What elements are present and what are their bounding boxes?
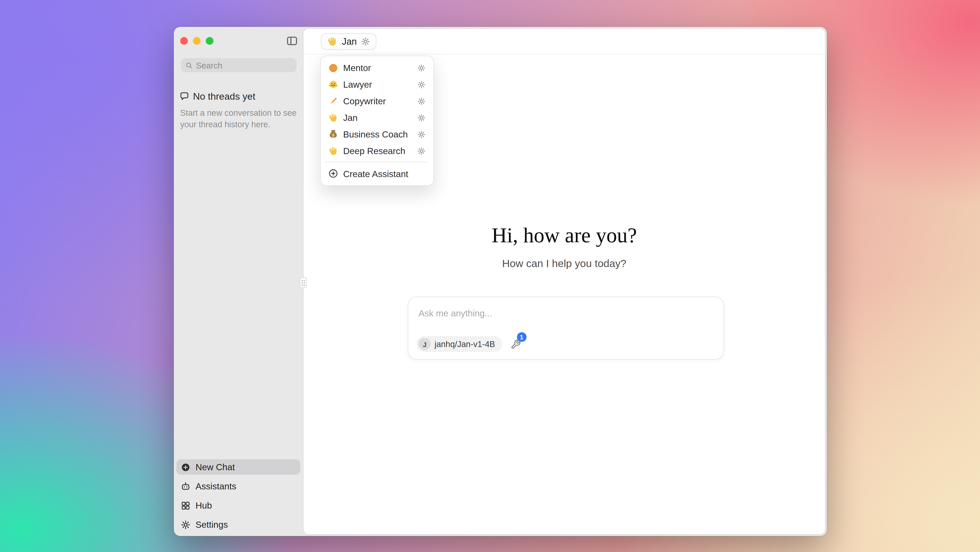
gear-icon [181, 520, 191, 530]
robot-icon [181, 482, 191, 491]
grip-dots-icon [300, 278, 306, 287]
money-bag-icon [328, 129, 338, 139]
menu-item-label: Deep Research [343, 146, 406, 156]
assistant-menu-item-business-coach[interactable]: Business Coach [324, 126, 430, 143]
wave-icon [328, 146, 338, 156]
create-assistant-button[interactable]: Create Assistant [324, 165, 430, 182]
hero-subtitle: How can I help you today? [304, 258, 825, 270]
main-panel: Jan Mentor Lawyer Copywriter [303, 28, 826, 535]
composer-toolbar: J janhq/Jan-v1-4B 1 [417, 336, 521, 352]
empty-state-title: No threads yet [193, 91, 255, 102]
zoom-button[interactable] [206, 37, 213, 45]
assistant-menu-item-mentor[interactable]: Mentor [324, 60, 430, 76]
gear-icon[interactable] [417, 113, 426, 122]
menu-separator [325, 162, 429, 162]
window-controls [180, 37, 213, 45]
chat-bubble-icon [180, 91, 189, 101]
sidebar-toggle-icon[interactable] [286, 35, 298, 47]
threads-empty-state: No threads yet Start a new conversation … [180, 91, 299, 130]
nav-label: New Chat [196, 462, 235, 472]
sidebar-item-new-chat[interactable]: New Chat [177, 460, 300, 475]
nav-label: Settings [196, 520, 228, 530]
model-avatar: J [419, 338, 431, 350]
pencil-icon [328, 96, 338, 106]
desktop-wallpaper: No threads yet Start a new conversation … [0, 0, 980, 552]
hero-title: Hi, how are you? [304, 224, 825, 247]
wave-icon [327, 36, 337, 46]
menu-item-label: Copywriter [343, 96, 386, 106]
assistant-menu-item-lawyer[interactable]: Lawyer [324, 76, 430, 93]
create-assistant-label: Create Assistant [343, 169, 409, 179]
empty-state-subtitle: Start a new conversation to see your thr… [180, 107, 299, 130]
model-name: janhq/Jan-v1-4B [434, 339, 495, 349]
assistant-menu: Mentor Lawyer Copywriter Jan [320, 56, 434, 186]
sidebar-item-hub[interactable]: Hub [177, 498, 300, 513]
sidebar-resize-handle[interactable] [300, 277, 307, 288]
close-button[interactable] [180, 37, 188, 45]
minimize-button[interactable] [193, 37, 200, 45]
search-box[interactable] [181, 58, 297, 72]
gear-icon[interactable] [361, 37, 370, 46]
assistant-menu-item-copywriter[interactable]: Copywriter [324, 93, 430, 110]
nav-label: Assistants [196, 481, 236, 492]
sidebar: No threads yet Start a new conversation … [174, 27, 304, 536]
plus-circle-icon [181, 462, 191, 472]
nav-label: Hub [196, 500, 212, 511]
orange-circle-icon [328, 63, 338, 73]
menu-item-label: Jan [343, 113, 358, 122]
sidebar-item-settings[interactable]: Settings [177, 517, 300, 532]
plus-circle-icon [328, 169, 338, 178]
assistant-name: Jan [342, 36, 357, 46]
assistant-selector-button[interactable]: Jan [321, 33, 377, 49]
sidebar-nav: New Chat Assistants Hub Settings [177, 460, 300, 532]
menu-item-label: Business Coach [343, 129, 408, 139]
gear-icon[interactable] [417, 147, 426, 155]
assistant-menu-item-deep-research[interactable]: Deep Research [324, 143, 430, 159]
message-input[interactable] [419, 308, 708, 318]
app-window: No threads yet Start a new conversation … [174, 27, 827, 536]
menu-item-label: Mentor [343, 63, 371, 73]
model-selector[interactable]: J janhq/Jan-v1-4B [417, 336, 502, 352]
gear-icon[interactable] [417, 97, 426, 105]
hugging-face-icon [328, 80, 338, 89]
search-icon [185, 61, 193, 70]
wave-icon [328, 113, 338, 122]
message-composer: J janhq/Jan-v1-4B 1 [408, 296, 724, 360]
welcome-hero: Hi, how are you? How can I help you toda… [304, 224, 825, 270]
gear-icon[interactable] [417, 80, 426, 89]
search-input[interactable] [196, 60, 292, 70]
menu-item-label: Lawyer [343, 79, 372, 89]
gear-icon[interactable] [417, 130, 426, 138]
blocks-icon [181, 501, 191, 511]
chat-header: Jan [304, 29, 825, 54]
tools-count-badge: 1 [517, 332, 527, 342]
gear-icon[interactable] [417, 64, 426, 72]
sidebar-item-assistants[interactable]: Assistants [177, 479, 300, 494]
assistant-menu-item-jan[interactable]: Jan [324, 110, 430, 126]
tools-button[interactable]: 1 [511, 339, 521, 349]
